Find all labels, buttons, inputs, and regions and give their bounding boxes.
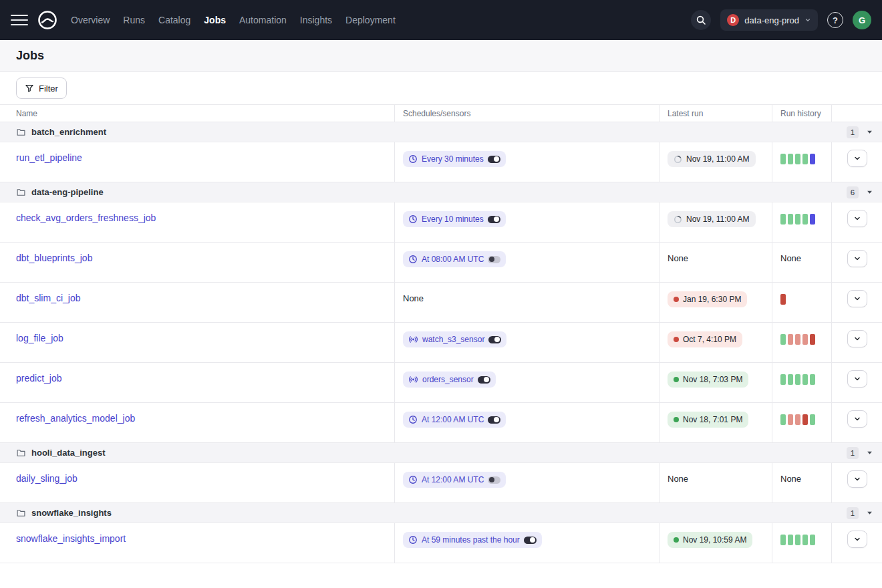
- run-history-bar[interactable]: [780, 154, 786, 164]
- schedule-pill[interactable]: At 12:00 AM UTC: [403, 412, 506, 428]
- run-history-bar[interactable]: [795, 214, 800, 225]
- run-history-bar[interactable]: [802, 535, 808, 545]
- search-button[interactable]: [691, 10, 711, 30]
- run-history-bar[interactable]: [810, 414, 815, 425]
- run-history-bar[interactable]: [802, 214, 808, 225]
- run-history-bar[interactable]: [802, 414, 808, 425]
- job-name-link[interactable]: dbt_blueprints_job: [16, 253, 92, 263]
- run-history-bar[interactable]: [810, 154, 815, 164]
- run-history-bar[interactable]: [780, 374, 786, 385]
- latest-run-pill[interactable]: Nov 19, 10:59 AM: [668, 532, 752, 548]
- nav-item-automation[interactable]: Automation: [239, 15, 287, 25]
- run-history-bar[interactable]: [810, 334, 815, 345]
- group-row: hooli_data_ingest1: [0, 443, 882, 463]
- deployment-switcher[interactable]: D data-eng-prod: [720, 9, 818, 31]
- schedule-toggle[interactable]: [488, 336, 501, 343]
- filter-button[interactable]: Filter: [16, 78, 67, 99]
- run-history-bar[interactable]: [788, 414, 793, 425]
- dagster-logo-icon[interactable]: [36, 9, 59, 31]
- run-history-bar[interactable]: [802, 374, 808, 385]
- row-expand-button[interactable]: [847, 210, 867, 227]
- run-history-bar[interactable]: [795, 334, 800, 345]
- row-expand-button[interactable]: [847, 531, 867, 548]
- group-collapse-caret-icon[interactable]: [867, 510, 873, 516]
- row-expand-button[interactable]: [847, 290, 867, 307]
- job-name-link[interactable]: dbt_slim_ci_job: [16, 293, 81, 303]
- job-name-link[interactable]: log_file_job: [16, 333, 63, 343]
- latest-run-pill[interactable]: Oct 7, 4:10 PM: [668, 331, 742, 347]
- job-name-link[interactable]: check_avg_orders_freshness_job: [16, 212, 156, 223]
- nav-item-deployment[interactable]: Deployment: [345, 15, 396, 25]
- run-history-bar[interactable]: [788, 154, 793, 164]
- schedule-toggle[interactable]: [488, 256, 500, 263]
- user-avatar[interactable]: G: [853, 11, 871, 29]
- nav-item-catalog[interactable]: Catalog: [158, 15, 190, 25]
- schedule-toggle[interactable]: [488, 156, 500, 163]
- run-history-bar[interactable]: [780, 214, 786, 225]
- latest-run-pill[interactable]: Nov 19, 11:00 AM: [668, 211, 756, 227]
- schedule-toggle[interactable]: [478, 376, 490, 384]
- row-expand-button[interactable]: [847, 250, 867, 267]
- clock-icon: [408, 154, 418, 164]
- schedule-cell: At 12:00 AM UTC: [394, 463, 659, 502]
- schedule-toggle[interactable]: [488, 216, 500, 223]
- run-history-bar[interactable]: [788, 334, 793, 345]
- run-history-bar[interactable]: [780, 334, 786, 345]
- job-name-link[interactable]: predict_job: [16, 373, 62, 384]
- schedule-pill[interactable]: Every 10 minutes: [403, 211, 506, 227]
- jobs-table: Name Schedules/sensors Latest run Run hi…: [0, 104, 882, 563]
- job-name-cell: run_etl_pipeline: [0, 142, 394, 182]
- job-name-link[interactable]: snowflake_insights_import: [16, 533, 126, 544]
- row-expand-button[interactable]: [847, 410, 867, 428]
- schedule-label: Every 30 minutes: [422, 154, 484, 164]
- sensor-pill[interactable]: orders_sensor: [403, 372, 496, 388]
- nav-item-overview[interactable]: Overview: [71, 15, 110, 25]
- schedule-pill[interactable]: At 59 minutes past the hour: [403, 532, 542, 548]
- hamburger-menu-button[interactable]: [11, 11, 28, 29]
- row-expand-button[interactable]: [847, 470, 867, 488]
- nav-item-runs[interactable]: Runs: [123, 15, 145, 25]
- job-row: predict_joborders_sensorNov 18, 7:03 PM: [0, 363, 882, 403]
- group-collapse-caret-icon[interactable]: [867, 189, 873, 195]
- latest-run-label: Jan 19, 6:30 PM: [683, 295, 741, 304]
- group-collapse-caret-icon[interactable]: [867, 450, 873, 456]
- job-name-link[interactable]: run_etl_pipeline: [16, 152, 82, 163]
- nav-item-jobs[interactable]: Jobs: [204, 15, 226, 25]
- run-history-bar[interactable]: [788, 214, 793, 225]
- job-name-link[interactable]: refresh_analytics_model_job: [16, 413, 135, 424]
- run-history-bar[interactable]: [788, 535, 793, 545]
- run-history-bar[interactable]: [810, 535, 815, 545]
- run-history-bar[interactable]: [810, 374, 815, 385]
- schedule-toggle[interactable]: [488, 416, 500, 424]
- latest-run-pill[interactable]: Nov 18, 7:03 PM: [668, 372, 748, 388]
- sensor-pill[interactable]: watch_s3_sensor: [403, 331, 506, 347]
- schedule-pill[interactable]: Every 30 minutes: [403, 151, 506, 167]
- schedule-pill[interactable]: At 12:00 AM UTC: [403, 472, 506, 488]
- latest-run-pill[interactable]: Nov 19, 11:00 AM: [668, 151, 756, 167]
- run-history-bar[interactable]: [810, 214, 815, 225]
- schedule-toggle[interactable]: [488, 476, 500, 484]
- schedule-toggle[interactable]: [524, 537, 537, 544]
- run-history-bar[interactable]: [795, 374, 800, 385]
- latest-run-pill[interactable]: Jan 19, 6:30 PM: [668, 291, 747, 307]
- run-history-bar[interactable]: [802, 334, 808, 345]
- nav-item-insights[interactable]: Insights: [300, 15, 332, 25]
- row-expand-button[interactable]: [847, 370, 867, 388]
- run-history-bar[interactable]: [780, 535, 786, 545]
- group-collapse-caret-icon[interactable]: [867, 129, 873, 135]
- run-history-bar[interactable]: [780, 414, 786, 425]
- page-header: Jobs: [0, 40, 882, 72]
- run-history-bar[interactable]: [788, 374, 793, 385]
- schedule-cell: At 59 minutes past the hour: [394, 523, 659, 563]
- run-history-bar[interactable]: [795, 154, 800, 164]
- row-expand-button[interactable]: [847, 330, 867, 347]
- job-name-link[interactable]: daily_sling_job: [16, 473, 78, 484]
- schedule-pill[interactable]: At 08:00 AM UTC: [403, 251, 506, 267]
- help-button[interactable]: ?: [827, 12, 843, 28]
- run-history-bar[interactable]: [795, 414, 800, 425]
- latest-run-pill[interactable]: Nov 18, 7:01 PM: [668, 412, 748, 428]
- run-history-bar[interactable]: [795, 535, 800, 545]
- row-expand-button[interactable]: [847, 150, 867, 167]
- run-history-bar[interactable]: [780, 294, 786, 305]
- run-history-bar[interactable]: [802, 154, 808, 164]
